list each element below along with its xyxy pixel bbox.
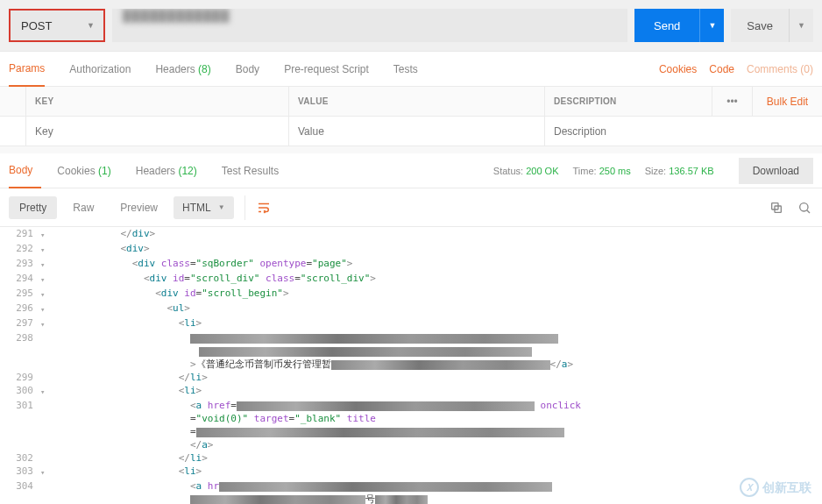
code-line: 294▾ <div id="scroll_div" class="scroll_…	[0, 272, 822, 287]
copy-icon[interactable]	[768, 199, 785, 217]
view-raw[interactable]: Raw	[62, 196, 104, 219]
code-line: 300▾ <li>	[0, 384, 822, 399]
download-button[interactable]: Download	[739, 158, 813, 184]
bulk-edit-link[interactable]: Bulk Edit	[752, 87, 822, 116]
tab-tests[interactable]: Tests	[393, 53, 418, 86]
send-button-group: Send ▼	[634, 9, 724, 42]
resp-tab-cookies[interactable]: Cookies (1)	[57, 154, 119, 188]
params-input-row	[0, 117, 822, 146]
send-button[interactable]: Send	[634, 9, 699, 42]
size-group: Size: 136.57 KB	[645, 166, 714, 176]
http-method-label: POST	[21, 19, 52, 32]
code-line: ="void(0)" target="_blank" title	[0, 412, 822, 425]
col-handle	[0, 87, 26, 116]
view-preview[interactable]: Preview	[110, 196, 168, 219]
cookies-link[interactable]: Cookies	[659, 63, 697, 75]
save-button-group: Save ▼	[731, 9, 813, 42]
code-line: </a>	[0, 438, 822, 451]
view-pretty[interactable]: Pretty	[9, 196, 57, 219]
format-select[interactable]: HTML ▼	[174, 196, 234, 219]
response-tabs: Body Cookies (1) Headers (12) Test Resul…	[0, 153, 822, 188]
response-status-bar: Status: 200 OK Time: 250 ms Size: 136.57…	[493, 158, 813, 184]
status-value: 200 OK	[526, 166, 558, 176]
code-line: 293▾ <div class="sqBorder" opentype="pag…	[0, 257, 822, 272]
request-bar: POST ▼ ████████████ Send ▼ Save ▼	[0, 0, 822, 52]
save-button[interactable]: Save	[731, 9, 789, 42]
url-input[interactable]: ████████████	[112, 9, 627, 42]
col-value-header: VALUE	[289, 87, 545, 116]
resp-headers-label: Headers	[136, 165, 175, 177]
time-group: Time: 250 ms	[572, 166, 630, 176]
tab-body[interactable]: Body	[236, 53, 259, 86]
param-key-input[interactable]	[35, 125, 280, 138]
code-line: 304 <a hr	[0, 479, 822, 493]
tab-headers[interactable]: Headers (8)	[155, 53, 210, 86]
code-line: 302 </li>	[0, 451, 822, 465]
svg-line-3	[807, 209, 810, 212]
params-header-row: KEY VALUE DESCRIPTION ••• Bulk Edit	[0, 87, 822, 117]
svg-point-2	[800, 202, 808, 210]
response-body-viewer[interactable]: X 创新互联 291▾ </div>292▾ <div>293▾ <div cl…	[0, 227, 822, 504]
resp-cookies-label: Cookies	[57, 165, 95, 177]
col-desc-header: DESCRIPTION	[545, 87, 712, 116]
code-line: =	[0, 425, 822, 438]
request-right-links: Cookies Code Comments (0)	[659, 63, 813, 75]
code-line: 295▾ <div id="scroll_begin">	[0, 287, 822, 302]
send-dropdown[interactable]: ▼	[699, 9, 724, 42]
headers-count: (8)	[198, 63, 211, 75]
param-desc-input[interactable]	[554, 125, 813, 138]
chevron-down-icon: ▼	[87, 21, 95, 30]
response-toolbar: Pretty Raw Preview HTML ▼	[0, 188, 822, 227]
code-link[interactable]: Code	[709, 63, 734, 75]
watermark-logo-icon: X	[740, 478, 759, 497]
response-toolbar-right	[768, 199, 813, 217]
resp-cookies-count: (1)	[98, 165, 111, 177]
wrap-lines-button[interactable]	[244, 195, 273, 220]
comments-link[interactable]: Comments (0)	[747, 63, 813, 75]
watermark: X 创新互联	[740, 478, 811, 497]
col-key-header: KEY	[26, 87, 289, 116]
search-icon[interactable]	[796, 199, 813, 217]
chevron-down-icon: ▼	[218, 203, 225, 211]
code-line: 301 <a href= onclick	[0, 399, 822, 412]
size-value: 136.57 KB	[669, 166, 713, 176]
resp-headers-count: (12)	[178, 165, 196, 177]
status-group: Status: 200 OK	[493, 166, 559, 176]
code-line: 291▾ </div>	[0, 227, 822, 242]
request-tabs: Params Authorization Headers (8) Body Pr…	[0, 52, 822, 87]
code-line: 303▾ <li>	[0, 465, 822, 479]
resp-tab-testresults[interactable]: Test Results	[222, 154, 287, 188]
tab-prerequest[interactable]: Pre-request Script	[284, 53, 369, 86]
format-label: HTML	[182, 202, 211, 214]
resp-tab-body[interactable]: Body	[9, 153, 41, 188]
param-value-input[interactable]	[298, 125, 535, 138]
code-line: 292▾ <div>	[0, 242, 822, 257]
code-line: >《普通纪念币普制币发行管理暂</a>	[0, 358, 822, 371]
tab-headers-label: Headers	[155, 63, 195, 75]
url-blurred-text: ████████████	[123, 9, 230, 22]
col-more-actions[interactable]: •••	[712, 87, 752, 116]
time-value: 250 ms	[599, 166, 631, 176]
tab-params[interactable]: Params	[9, 52, 45, 87]
tab-authorization[interactable]: Authorization	[69, 53, 131, 86]
code-line: 299 </li>	[0, 371, 822, 384]
code-line: 298	[0, 331, 822, 344]
params-table: KEY VALUE DESCRIPTION ••• Bulk Edit	[0, 87, 822, 146]
code-line: 296▾ <ul>	[0, 302, 822, 316]
resp-tab-headers[interactable]: Headers (12)	[136, 154, 206, 188]
code-line	[0, 344, 822, 358]
save-dropdown[interactable]: ▼	[789, 9, 813, 42]
http-method-select[interactable]: POST ▼	[9, 9, 105, 42]
row-handle	[0, 117, 26, 146]
code-line: 号	[0, 493, 822, 504]
watermark-text: 创新互联	[762, 481, 811, 494]
code-line: 297▾ <li>	[0, 316, 822, 331]
